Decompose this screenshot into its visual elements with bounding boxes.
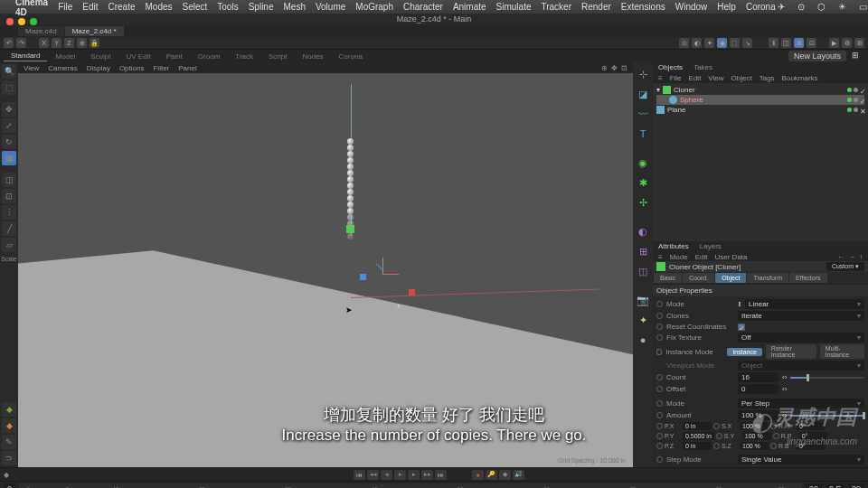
dropbox-icon[interactable]: ⬡ bbox=[817, 2, 826, 12]
viewport-menu-view[interactable]: View bbox=[24, 64, 39, 72]
om-edit[interactable]: Edit bbox=[689, 74, 702, 82]
text-icon[interactable]: T bbox=[635, 126, 651, 142]
axis-gizmo[interactable] bbox=[375, 258, 397, 279]
layout-tab-nodes[interactable]: Nodes bbox=[295, 52, 330, 61]
brush-tool[interactable]: ✎ bbox=[2, 435, 16, 449]
y-handle[interactable] bbox=[346, 225, 354, 233]
null-icon[interactable]: ⊹ bbox=[635, 66, 651, 82]
menu-tools[interactable]: Tools bbox=[217, 2, 238, 12]
model-mode-tool[interactable]: ▦ bbox=[2, 151, 16, 165]
menu-select[interactable]: Select bbox=[183, 2, 208, 12]
tree-item-plane[interactable]: Plane ✕ bbox=[656, 105, 864, 115]
py-input[interactable]: 0.5000 in bbox=[683, 432, 714, 440]
status-icon[interactable]: ⊙ bbox=[797, 2, 805, 12]
menu-tracker[interactable]: Tracker bbox=[541, 2, 571, 12]
menu-simulate[interactable]: Simulate bbox=[496, 2, 532, 12]
tab-effectors[interactable]: Effectors bbox=[789, 273, 827, 283]
viewport-menu-display[interactable]: Display bbox=[87, 64, 110, 72]
menu-render[interactable]: Render bbox=[581, 2, 611, 12]
axis-y-toggle[interactable]: Y bbox=[52, 38, 61, 48]
tab-attributes[interactable]: Attributes bbox=[653, 241, 694, 252]
record-icon[interactable]: ● bbox=[472, 470, 484, 480]
render-icon[interactable]: ⊞ bbox=[854, 38, 864, 48]
search-icon[interactable]: 🔍 bbox=[2, 64, 16, 79]
lock-icon[interactable]: 🔒 bbox=[90, 38, 99, 48]
layout-tab-groom[interactable]: Groom bbox=[191, 52, 227, 61]
barmenu-icon[interactable]: ≡ bbox=[658, 74, 663, 82]
battery-icon[interactable]: ▭ bbox=[859, 2, 867, 12]
key-icon[interactable]: ◆ bbox=[499, 470, 511, 480]
viewport-menu-options[interactable]: Options bbox=[119, 64, 145, 72]
sound-icon[interactable]: 🔊 bbox=[513, 470, 524, 480]
count-input[interactable]: 16 bbox=[738, 372, 778, 382]
reset-checkbox[interactable]: ✓ bbox=[738, 324, 745, 331]
material-icon[interactable]: ● bbox=[635, 332, 651, 348]
tweak-tool[interactable]: ◆ bbox=[2, 418, 16, 433]
layout-tab-uvedit[interactable]: UV Edit bbox=[119, 52, 158, 61]
anim-dot[interactable] bbox=[656, 349, 662, 355]
anim-dot[interactable] bbox=[656, 313, 663, 319]
next-key-icon[interactable]: ▸▸ bbox=[421, 470, 433, 480]
tab-coord[interactable]: Coord. bbox=[683, 273, 714, 283]
light-icon[interactable]: ✦ bbox=[635, 312, 651, 328]
nav-back-icon[interactable]: ← bbox=[837, 253, 844, 261]
snap-icon[interactable]: ◉ bbox=[717, 38, 727, 48]
effector-icon[interactable]: ✢ bbox=[635, 194, 651, 211]
layout-tab-standard[interactable]: Standard bbox=[4, 51, 47, 61]
close-icon[interactable] bbox=[6, 18, 14, 25]
maximize-icon[interactable] bbox=[30, 18, 37, 25]
om-object[interactable]: Object bbox=[731, 74, 752, 82]
tab-basic[interactable]: Basic bbox=[654, 273, 682, 283]
goto-end-icon[interactable]: ⏭ bbox=[435, 470, 447, 480]
tool-icon[interactable]: ⊞ bbox=[794, 38, 804, 48]
magnet-tool[interactable]: ⊃ bbox=[2, 451, 16, 465]
om-bookmarks[interactable]: Bookmarks bbox=[782, 74, 818, 82]
viewport-menu-filter[interactable]: Filter bbox=[153, 64, 169, 72]
tab-takes[interactable]: Takes bbox=[688, 62, 718, 73]
undo-icon[interactable]: ↶ bbox=[4, 38, 14, 48]
status-icon[interactable]: ✈ bbox=[778, 2, 785, 12]
barmenu-icon[interactable]: ≡ bbox=[658, 253, 663, 261]
point-mode-tool[interactable]: ⋮ bbox=[2, 205, 16, 220]
current-frame[interactable]: 0 F bbox=[826, 483, 844, 489]
minimize-icon[interactable] bbox=[18, 18, 25, 25]
tab-objects[interactable]: Objects bbox=[653, 62, 688, 73]
layout-icon[interactable]: ⊞ bbox=[852, 51, 859, 61]
render-icon[interactable]: ⚙ bbox=[842, 38, 852, 48]
menu-modes[interactable]: Modes bbox=[146, 2, 173, 12]
snap-icon[interactable]: ⬚ bbox=[730, 38, 740, 48]
layout-tab-script[interactable]: Script bbox=[261, 52, 294, 61]
x-handle[interactable] bbox=[409, 289, 415, 296]
new-layouts-button[interactable]: New Layouts bbox=[788, 51, 846, 61]
instance-btn[interactable]: Instance bbox=[727, 348, 761, 356]
tab-layers[interactable]: Layers bbox=[694, 241, 727, 252]
rotate-tool[interactable]: ↻ bbox=[2, 135, 16, 149]
tool-icon[interactable]: ⊡ bbox=[807, 38, 816, 48]
nav-up-icon[interactable]: ↑ bbox=[859, 253, 863, 261]
prev-key-icon[interactable]: ◂◂ bbox=[367, 470, 379, 480]
viewport-menu-panel[interactable]: Panel bbox=[178, 64, 196, 72]
deformer-icon[interactable]: ◐ bbox=[635, 223, 651, 239]
pz-input[interactable]: 0 in bbox=[683, 442, 712, 450]
anim-dot[interactable] bbox=[656, 386, 663, 392]
redo-icon[interactable]: ↷ bbox=[16, 38, 26, 48]
snap-icon[interactable]: ↘ bbox=[742, 38, 752, 48]
menu-corona[interactable]: Corona bbox=[746, 2, 776, 12]
menu-edit[interactable]: Edit bbox=[82, 2, 98, 12]
prev-frame-icon[interactable]: ◂ bbox=[381, 470, 392, 480]
menu-animate[interactable]: Animate bbox=[453, 2, 486, 12]
om-tags[interactable]: Tags bbox=[760, 74, 775, 82]
frame-start[interactable]: 0 bbox=[4, 483, 15, 489]
edge-mode-tool[interactable]: ╱ bbox=[2, 221, 16, 236]
goto-start-icon[interactable]: ⏮ bbox=[354, 470, 365, 480]
field-icon[interactable]: ⊞ bbox=[635, 243, 651, 259]
custom-dropdown[interactable]: Custom ▾ bbox=[826, 262, 864, 271]
display-icon[interactable]: ☀ bbox=[838, 2, 846, 12]
menu-help[interactable]: Help bbox=[717, 2, 736, 12]
anim-dot[interactable] bbox=[656, 301, 663, 307]
layout-tab-corona[interactable]: Corona bbox=[332, 52, 370, 61]
anim-dot[interactable] bbox=[656, 374, 663, 380]
viewport-nav-icon[interactable]: ⊕ bbox=[601, 64, 608, 72]
clones-dropdown[interactable]: Iterate bbox=[738, 311, 864, 321]
menu-volume[interactable]: Volume bbox=[316, 2, 345, 12]
